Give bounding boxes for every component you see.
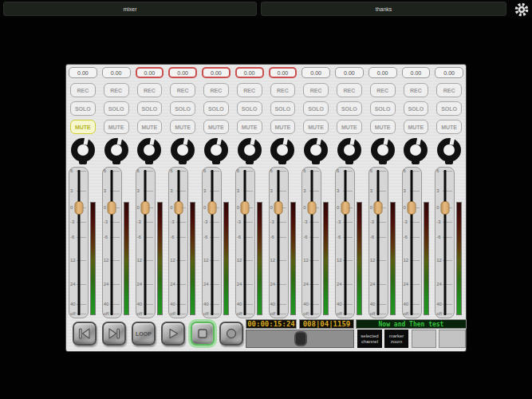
pan-knob[interactable] — [304, 138, 328, 164]
channel-value[interactable]: 0.00 — [301, 67, 330, 78]
channel-value[interactable]: 0.00 — [102, 67, 131, 78]
fader-handle[interactable] — [207, 201, 216, 215]
record-button[interactable] — [219, 322, 243, 346]
scrub-thumb[interactable] — [294, 331, 307, 346]
mute-button[interactable]: MUTE — [303, 120, 329, 134]
channel-value[interactable]: 0.00 — [269, 67, 298, 78]
play-button[interactable] — [161, 322, 185, 346]
fader-track[interactable]: 630-3-6122440off — [368, 167, 388, 318]
mute-button[interactable]: MUTE — [70, 120, 96, 134]
channel-value[interactable]: 0.00 — [402, 67, 431, 78]
solo-button[interactable]: SOLO — [203, 101, 229, 116]
pan-knob[interactable] — [270, 138, 294, 164]
channel-value[interactable]: 0.00 — [168, 67, 197, 78]
pan-knob[interactable] — [137, 138, 161, 164]
solo-button[interactable]: SOLO — [303, 101, 329, 116]
stop-button[interactable] — [191, 322, 215, 346]
rec-button[interactable]: REC — [270, 83, 296, 97]
fader-handle[interactable] — [174, 201, 183, 215]
fader-track[interactable]: 630-3-6122440off — [269, 167, 289, 318]
pan-knob[interactable] — [238, 138, 262, 164]
fader-handle[interactable] — [374, 201, 383, 215]
mute-button[interactable]: MUTE — [237, 120, 262, 134]
channel-value[interactable]: 0.00 — [335, 67, 364, 78]
rec-button[interactable]: REC — [70, 83, 96, 97]
selected-channel-button[interactable]: selected channel — [357, 330, 382, 348]
fader-handle[interactable] — [241, 201, 250, 215]
tab-mixer[interactable]: mixer — [3, 2, 257, 16]
fader-handle[interactable] — [141, 201, 150, 215]
settings-button[interactable] — [513, 1, 530, 18]
rec-button[interactable]: REC — [436, 83, 462, 97]
pan-knob[interactable] — [404, 138, 428, 164]
fader-track[interactable]: 630-3-6122440off — [435, 167, 455, 318]
pan-knob[interactable] — [104, 138, 128, 164]
fader-track[interactable]: 630-3-6122440off — [335, 167, 355, 318]
channel-value[interactable]: 0.00 — [69, 67, 97, 78]
skip-end-button[interactable] — [102, 322, 126, 346]
mute-button[interactable]: MUTE — [404, 120, 429, 134]
solo-button[interactable]: SOLO — [404, 101, 429, 116]
mute-button[interactable]: MUTE — [370, 120, 396, 134]
fader-track[interactable]: 630-3-6122440off — [402, 167, 422, 318]
pan-knob[interactable] — [371, 138, 395, 164]
channel-value[interactable]: 0.00 — [435, 67, 463, 78]
pan-knob[interactable] — [171, 138, 195, 164]
fader-handle[interactable] — [74, 201, 83, 215]
skip-start-button[interactable] — [73, 322, 97, 346]
rec-button[interactable]: REC — [237, 83, 262, 97]
fader-track[interactable]: 630-3-6122440off — [69, 167, 89, 318]
pan-knob[interactable] — [204, 138, 228, 164]
loop-button[interactable]: LOOP — [132, 322, 156, 346]
pan-knob[interactable] — [437, 138, 461, 164]
solo-button[interactable]: SOLO — [104, 101, 129, 116]
rec-button[interactable]: REC — [404, 83, 429, 97]
fader-track[interactable]: 630-3-6122440off — [202, 167, 222, 318]
fader-handle[interactable] — [274, 201, 283, 215]
mute-button[interactable]: MUTE — [203, 120, 229, 134]
pan-knob[interactable] — [71, 138, 95, 164]
fader-handle[interactable] — [341, 201, 349, 215]
tab-thanks[interactable]: thanks — [261, 2, 506, 16]
rec-button[interactable]: REC — [104, 83, 129, 97]
mute-button[interactable]: MUTE — [137, 120, 163, 134]
channel-value[interactable]: 0.00 — [368, 67, 397, 78]
fader-handle[interactable] — [307, 201, 316, 215]
channel-value[interactable]: 0.00 — [136, 67, 164, 78]
mute-button[interactable]: MUTE — [337, 120, 362, 134]
fader-handle[interactable] — [108, 201, 116, 215]
rec-button[interactable]: REC — [303, 83, 329, 97]
pan-knob[interactable] — [337, 138, 361, 164]
rec-button[interactable]: REC — [137, 83, 163, 97]
fader-handle[interactable] — [408, 201, 416, 215]
solo-button[interactable]: SOLO — [137, 101, 163, 116]
blank-button-2[interactable] — [439, 330, 466, 348]
rec-button[interactable]: REC — [203, 83, 229, 97]
fader-track[interactable]: 630-3-6122440off — [136, 167, 156, 318]
channel-value[interactable]: 0.00 — [202, 67, 231, 78]
mute-button[interactable]: MUTE — [170, 120, 195, 134]
solo-button[interactable]: SOLO — [170, 101, 195, 116]
solo-button[interactable]: SOLO — [237, 101, 262, 116]
mute-button[interactable]: MUTE — [436, 120, 462, 134]
solo-button[interactable]: SOLO — [270, 101, 296, 116]
fader-track[interactable]: 630-3-6122440off — [168, 167, 188, 318]
solo-button[interactable]: SOLO — [370, 101, 396, 116]
mute-button[interactable]: MUTE — [270, 120, 296, 134]
fader-track[interactable]: 630-3-6122440off — [301, 167, 321, 318]
fader-track[interactable]: 630-3-6122440off — [235, 167, 255, 318]
solo-button[interactable]: SOLO — [70, 101, 96, 116]
marker-zoom-button[interactable]: marker zoom — [384, 330, 408, 348]
rec-button[interactable]: REC — [337, 83, 362, 97]
rec-button[interactable]: REC — [170, 83, 195, 97]
solo-button[interactable]: SOLO — [436, 101, 462, 116]
scrub-slider[interactable] — [246, 330, 354, 348]
channel-value[interactable]: 0.00 — [235, 67, 264, 78]
channel-strip: 0.00 REC SOLO MUTE 630-3-6122440off — [233, 65, 266, 321]
fader-track[interactable]: 630-3-6122440off — [102, 167, 122, 318]
mute-button[interactable]: MUTE — [104, 120, 129, 134]
solo-button[interactable]: SOLO — [337, 101, 362, 116]
rec-button[interactable]: REC — [370, 83, 396, 97]
fader-handle[interactable] — [440, 201, 449, 215]
blank-button-1[interactable] — [412, 330, 436, 348]
